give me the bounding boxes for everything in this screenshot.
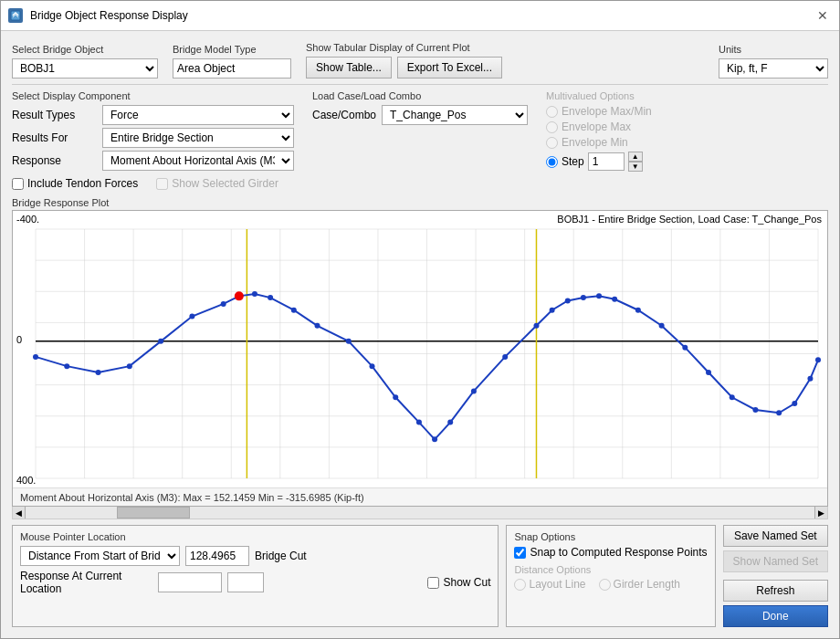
select-display-component: Select Display Component Result Types Fo… xyxy=(12,90,294,171)
snap-to-points-check[interactable]: Snap to Computed Response Points xyxy=(514,546,707,559)
select-bridge-group: Select Bridge Object BOBJ1 xyxy=(12,44,158,79)
mouse-pointer-row: Distance From Start of Bridge Object Bri… xyxy=(20,546,490,566)
bridge-cut-label: Bridge Cut xyxy=(255,550,307,562)
action-buttons: Save Named Set Show Named Set Refresh Do… xyxy=(723,525,828,627)
show-tabular-group: Show Tabular Display of Current Plot Sho… xyxy=(306,42,502,79)
units-label: Units xyxy=(719,44,828,55)
response-value-input[interactable] xyxy=(158,572,222,592)
response-cut-input[interactable] xyxy=(227,572,264,592)
show-cut-checkbox[interactable] xyxy=(427,577,439,589)
girder-length-radio xyxy=(599,579,611,591)
bottom-controls: Mouse Pointer Location Distance From Sta… xyxy=(8,525,832,631)
step-option: Step ▲ ▼ xyxy=(546,152,652,172)
load-case-group: Load Case/Load Combo Case/Combo T_Change… xyxy=(312,90,528,125)
snap-options-section: Snap Options Snap to Computed Response P… xyxy=(506,525,715,627)
multivalued-options: Multivalued Options Envelope Max/Min Env… xyxy=(546,90,652,172)
done-button[interactable]: Done xyxy=(723,605,828,627)
scroll-thumb[interactable] xyxy=(117,507,190,519)
step-down-button[interactable]: ▼ xyxy=(628,162,643,172)
scroll-left-button[interactable]: ◀ xyxy=(13,507,26,519)
bridge-object-select[interactable]: BOBJ1 xyxy=(12,58,158,79)
distance-options-group: Distance Options Layout Line Girder Leng… xyxy=(514,564,707,591)
mouse-pointer-label: Mouse Pointer Location xyxy=(20,531,490,542)
envelope-max-radio xyxy=(546,121,558,133)
envelope-maxmin-option: Envelope Max/Min xyxy=(546,105,652,118)
refresh-button[interactable]: Refresh xyxy=(723,580,828,602)
plot-y-max: -400. xyxy=(16,214,39,225)
title-bar: Bridge Object Response Display ✕ xyxy=(1,1,839,31)
window-title: Bridge Object Response Display xyxy=(30,9,806,22)
main-window: Bridge Object Response Display ✕ Select … xyxy=(0,0,840,639)
girder-length-radio-label: Girder Length xyxy=(599,578,680,591)
show-named-set-button[interactable]: Show Named Set xyxy=(723,550,828,572)
checkbox-row: Include Tendon Forces Show Selected Gird… xyxy=(8,177,832,192)
location-type-select[interactable]: Distance From Start of Bridge Object xyxy=(20,546,180,566)
units-select[interactable]: Kip, ft, F xyxy=(719,58,828,79)
plot-container[interactable]: BOBJ1 - Entire Bridge Section, Load Case… xyxy=(12,210,828,507)
layout-line-radio-label: Layout Line xyxy=(514,578,585,591)
results-for-label: Results For xyxy=(12,131,99,144)
main-content: Select Bridge Object BOBJ1 Bridge Model … xyxy=(1,31,839,638)
result-types-select[interactable]: Force xyxy=(102,105,294,125)
plot-canvas[interactable] xyxy=(13,211,827,506)
response-select[interactable]: Moment About Horizontal Axis (M3) xyxy=(102,151,294,171)
layout-line-radio xyxy=(514,579,526,591)
envelope-min-radio xyxy=(546,137,558,149)
load-case-label: Load Case/Load Combo xyxy=(312,90,528,101)
plot-y-min: 400. xyxy=(16,475,36,486)
snap-checkbox[interactable] xyxy=(514,547,526,559)
location-value-input[interactable] xyxy=(185,546,249,566)
show-selected-girder-check: Show Selected Girder xyxy=(156,177,278,190)
include-tendon-checkbox[interactable] xyxy=(12,178,24,190)
response-label: Response xyxy=(12,154,99,167)
distance-radios: Layout Line Girder Length xyxy=(514,578,707,591)
app-icon xyxy=(8,8,23,23)
plot-y-zero: 0 xyxy=(16,334,22,345)
response-row: Response At Current Location Show Cut xyxy=(20,570,490,595)
close-button[interactable]: ✕ xyxy=(814,6,832,25)
show-cut-check[interactable]: Show Cut xyxy=(427,576,490,589)
show-tabular-label: Show Tabular Display of Current Plot xyxy=(306,42,502,53)
save-named-set-button[interactable]: Save Named Set xyxy=(723,525,828,547)
step-input[interactable] xyxy=(588,152,625,171)
bridge-model-label: Bridge Model Type xyxy=(173,44,291,55)
scroll-track[interactable] xyxy=(26,507,814,519)
bridge-model-input xyxy=(173,58,291,79)
display-component-label: Select Display Component xyxy=(12,90,294,101)
envelope-maxmin-radio xyxy=(546,106,558,118)
export-excel-button[interactable]: Export To Excel... xyxy=(397,57,502,79)
results-for-select[interactable]: Entire Bridge Section xyxy=(102,128,294,148)
result-types-label: Result Types xyxy=(12,109,99,121)
distance-options-label: Distance Options xyxy=(514,564,707,575)
envelope-min-option: Envelope Min xyxy=(546,136,652,149)
units-group: Units Kip, ft, F xyxy=(719,44,828,79)
envelope-max-option: Envelope Max xyxy=(546,120,652,133)
snap-options-label: Snap Options xyxy=(514,531,707,542)
plot-status-bar: Moment About Horizontal Axis (M3): Max =… xyxy=(13,487,827,506)
case-combo-select[interactable]: T_Change_Pos xyxy=(382,105,528,125)
show-girder-checkbox xyxy=(156,178,168,190)
plot-section-label: Bridge Response Plot xyxy=(12,197,828,208)
case-combo-label: Case/Combo xyxy=(312,109,376,121)
scroll-right-button[interactable]: ▶ xyxy=(814,507,827,519)
multivalued-label: Multivalued Options xyxy=(546,90,652,101)
plot-scrollbar[interactable]: ◀ ▶ xyxy=(12,507,828,519)
include-tendon-check[interactable]: Include Tendon Forces xyxy=(12,177,138,190)
plot-section: Bridge Response Plot BOBJ1 - Entire Brid… xyxy=(8,197,832,519)
response-location-label: Response At Current Location xyxy=(20,570,152,595)
bridge-model-group: Bridge Model Type xyxy=(173,44,291,79)
step-radio[interactable] xyxy=(546,156,558,168)
step-up-button[interactable]: ▲ xyxy=(628,152,643,162)
plot-title: BOBJ1 - Entire Bridge Section, Load Case… xyxy=(557,214,822,225)
select-bridge-label: Select Bridge Object xyxy=(12,44,158,55)
show-table-button[interactable]: Show Table... xyxy=(306,57,392,79)
mouse-pointer-section: Mouse Pointer Location Distance From Sta… xyxy=(12,525,499,627)
